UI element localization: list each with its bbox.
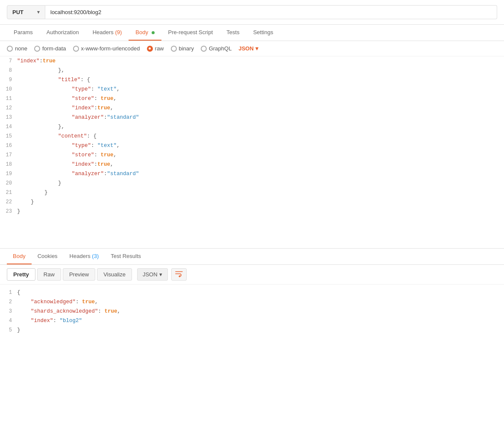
code-line-11: 11 "store": true, (0, 94, 504, 103)
response-tabs: Body Cookies Headers (3) Test Results (0, 249, 504, 265)
radio-graphql-circle (201, 46, 207, 52)
resp-line-3: 3 "shards_acknowledged": true, (0, 307, 504, 316)
code-line-22: 22 } (0, 197, 504, 207)
code-line-17: 17 "store": true, (0, 150, 504, 160)
code-line-14: 14 }, (0, 122, 504, 132)
tab-pre-request[interactable]: Pre-request Script (161, 25, 220, 41)
code-line-18: 18 "index":true, (0, 160, 504, 169)
wrap-text-btn[interactable] (171, 268, 187, 281)
url-bar: PUT ▾ (0, 0, 504, 25)
body-dot-icon (152, 31, 155, 34)
resp-format-chevron-icon: ▾ (159, 271, 162, 278)
resp-tab-headers[interactable]: Headers (3) (64, 249, 105, 264)
resp-visualize-btn[interactable]: Visualize (97, 268, 132, 281)
code-line-12: 12 "index":true, (0, 103, 504, 113)
radio-binary-circle (171, 46, 177, 52)
response-body-code: 1 { 2 "acknowledged": true, 3 "shards_ac… (0, 284, 504, 338)
format-chevron-icon: ▾ (255, 45, 258, 52)
radio-binary[interactable]: binary (171, 45, 194, 52)
radio-raw[interactable]: raw (147, 45, 164, 52)
main-container: PUT ▾ Params Authorization Headers (9) B… (0, 0, 504, 422)
tab-body[interactable]: Body (129, 25, 161, 41)
tab-params[interactable]: Params (7, 25, 40, 41)
code-line-13: 13 "analyzer":"standard" (0, 113, 504, 122)
format-dropdown[interactable]: JSON ▾ (238, 45, 258, 52)
tab-tests[interactable]: Tests (220, 25, 246, 41)
resp-line-4: 4 "index": "blog2" (0, 316, 504, 325)
radio-graphql[interactable]: GraphQL (201, 45, 231, 52)
radio-urlencoded-circle (73, 46, 79, 52)
response-toolbar: Pretty Raw Preview Visualize JSON ▾ (0, 265, 504, 284)
body-type-row: none form-data x-www-form-urlencoded raw… (0, 41, 504, 56)
resp-tab-body[interactable]: Body (7, 249, 32, 264)
code-line-8: 8 }, (0, 66, 504, 75)
code-line-9: 9 "title": { (0, 75, 504, 85)
code-line-15: 15 "content": { (0, 132, 504, 141)
resp-raw-btn[interactable]: Raw (37, 268, 61, 281)
radio-form-data[interactable]: form-data (34, 45, 66, 52)
radio-form-data-circle (34, 46, 40, 52)
method-arrow-icon: ▾ (37, 9, 40, 15)
radio-none[interactable]: none (7, 45, 27, 52)
code-line-20: 20 } (0, 179, 504, 188)
resp-tab-test-results[interactable]: Test Results (105, 249, 147, 264)
radio-urlencoded[interactable]: x-www-form-urlencoded (73, 45, 140, 52)
method-label: PUT (12, 9, 23, 15)
request-tabs: Params Authorization Headers (9) Body Pr… (0, 25, 504, 41)
resp-tab-cookies[interactable]: Cookies (32, 249, 64, 264)
code-line-16: 16 "type": "text", (0, 141, 504, 150)
code-line-7: 7 "index":true (0, 56, 504, 66)
radio-none-circle (7, 46, 13, 52)
response-section: Body Cookies Headers (3) Test Results Pr… (0, 249, 504, 338)
code-line-21: 21 } (0, 188, 504, 197)
request-body-editor[interactable]: 7 "index":true 8 }, 9 "title": { 10 "typ… (0, 56, 504, 249)
code-line-19: 19 "analyzer":"standard" (0, 169, 504, 179)
radio-raw-circle (147, 46, 153, 52)
url-input[interactable] (45, 5, 497, 19)
resp-line-5: 5 } (0, 325, 504, 335)
tab-headers[interactable]: Headers (9) (86, 25, 129, 41)
response-format-dropdown[interactable]: JSON ▾ (137, 268, 168, 281)
resp-line-1: 1 { (0, 288, 504, 297)
tab-settings[interactable]: Settings (246, 25, 280, 41)
code-line-10: 10 "type": "text", (0, 85, 504, 94)
code-line-23: 23 } (0, 207, 504, 216)
resp-pretty-btn[interactable]: Pretty (7, 268, 35, 281)
resp-line-2: 2 "acknowledged": true, (0, 297, 504, 307)
resp-preview-btn[interactable]: Preview (63, 268, 95, 281)
tab-authorization[interactable]: Authorization (40, 25, 86, 41)
method-dropdown[interactable]: PUT ▾ (7, 5, 45, 19)
